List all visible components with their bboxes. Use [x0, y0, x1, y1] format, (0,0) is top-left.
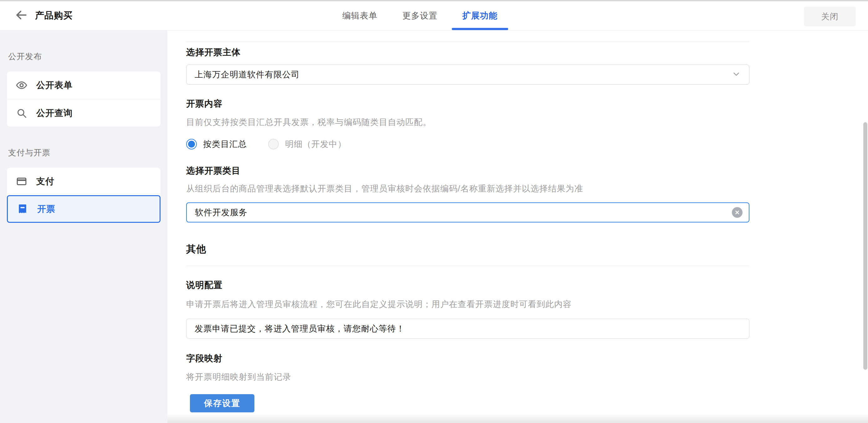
- invoice-subject-label: 选择开票主体: [186, 46, 749, 58]
- note-config-input[interactable]: [186, 319, 749, 339]
- credit-card-icon: [16, 175, 28, 187]
- clear-icon[interactable]: [732, 207, 743, 218]
- sidebar-section-title-payment: 支付与开票: [8, 147, 167, 158]
- eye-icon: [16, 79, 28, 91]
- radio-by-category[interactable]: [186, 139, 197, 149]
- save-footer: 保存设置: [167, 391, 868, 423]
- chevron-down-icon: [732, 69, 741, 80]
- sidebar-item-label: 支付: [36, 175, 55, 187]
- divider: [186, 266, 749, 266]
- sidebar-item-label: 开票: [37, 203, 55, 215]
- tab-more-settings[interactable]: 更多设置: [401, 1, 439, 30]
- note-config-description: 申请开票后将进入管理员审核流程，您可在此自定义提示说明；用户在查看开票进度时可看…: [186, 299, 749, 310]
- sidebar-item-label: 公开表单: [36, 79, 72, 91]
- field-mapping-description: 将开票明细映射到当前记录: [186, 371, 749, 383]
- close-button[interactable]: 关闭: [804, 7, 856, 26]
- invoice-category-description: 从组织后台的商品管理表选择默认开票类目，管理员审核时会依据编码/名称重新选择并以…: [186, 183, 749, 194]
- search-icon: [16, 107, 28, 119]
- sidebar-section-title-public: 公开发布: [8, 51, 167, 62]
- sidebar-item-invoice[interactable]: 开票: [7, 195, 160, 223]
- radio-detail-disabled: [268, 139, 279, 149]
- tab-bar: 编辑表单 更多设置 扩展功能: [341, 1, 499, 30]
- sidebar-item-label: 公开查询: [36, 107, 72, 119]
- sidebar-item-payment[interactable]: 支付: [7, 168, 160, 195]
- page-title: 产品购买: [35, 9, 72, 22]
- invoice-content-description: 目前仅支持按类目汇总开具发票，税率与编码随类目自动匹配。: [186, 117, 749, 128]
- main-content: 选择开票主体 上海万企明道软件有限公司 开票内容 目前仅支持按类目汇总开具发票，…: [167, 30, 868, 423]
- back-button[interactable]: [14, 8, 29, 23]
- radio-detail-label: 明细（开发中）: [285, 139, 346, 150]
- invoice-category-field: [186, 202, 749, 223]
- sidebar-item-public-form[interactable]: 公开表单: [7, 72, 160, 99]
- sidebar: 公开发布 公开表单 公开查询 支付与开票 支付: [0, 30, 167, 423]
- field-mapping-label: 字段映射: [186, 352, 749, 364]
- receipt-icon: [17, 203, 29, 215]
- app-window: 产品购买 编辑表单 更多设置 扩展功能 关闭 公开发布 公开表单 公开查询: [0, 0, 868, 423]
- invoice-category-input[interactable]: [186, 202, 749, 223]
- tab-edit-form[interactable]: 编辑表单: [341, 1, 379, 30]
- radio-by-category-label: 按类目汇总: [203, 139, 247, 150]
- sidebar-item-public-query[interactable]: 公开查询: [7, 99, 160, 126]
- sidebar-card-payment: 支付 开票: [7, 168, 160, 223]
- sidebar-card-public: 公开表单 公开查询: [7, 72, 160, 126]
- invoice-content-label: 开票内容: [186, 98, 749, 110]
- top-bar: 产品购买 编辑表单 更多设置 扩展功能 关闭: [0, 0, 868, 30]
- scrollbar-thumb[interactable]: [863, 122, 867, 370]
- invoice-subject-value: 上海万企明道软件有限公司: [195, 69, 300, 80]
- invoice-subject-select[interactable]: 上海万企明道软件有限公司: [186, 64, 749, 85]
- invoice-content-options: 按类目汇总 明细（开发中）: [186, 139, 749, 150]
- invoice-category-label: 选择开票类目: [186, 165, 749, 177]
- tab-extensions[interactable]: 扩展功能: [461, 1, 499, 30]
- note-config-label: 说明配置: [186, 279, 749, 291]
- arrow-left-icon: [14, 8, 28, 23]
- other-section-heading: 其他: [186, 243, 749, 256]
- save-settings-button[interactable]: 保存设置: [190, 394, 254, 412]
- note-config-field: [186, 319, 749, 339]
